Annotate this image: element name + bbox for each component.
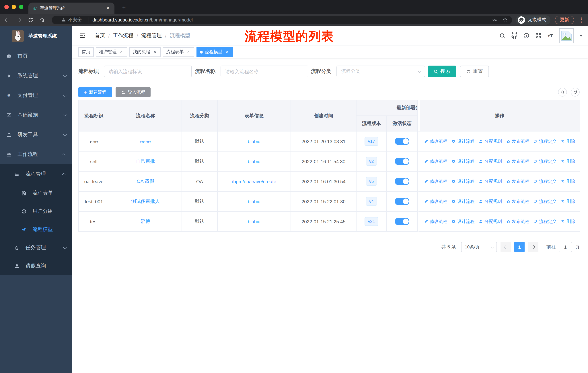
menu-fold-icon[interactable] bbox=[79, 32, 86, 39]
action-link-2[interactable]: 设计流程 bbox=[451, 178, 475, 184]
form-info-link[interactable]: biubiu bbox=[248, 199, 260, 204]
font-size-icon[interactable]: TT bbox=[547, 32, 554, 39]
action-link-5[interactable]: 流程定义 bbox=[533, 178, 557, 184]
browser-tab[interactable]: 芋道管理系统 ✕ bbox=[28, 2, 115, 14]
process-category-select[interactable]: 流程分类 bbox=[336, 66, 425, 77]
show-search-button[interactable] bbox=[558, 88, 567, 97]
action-link-2[interactable]: 设计流程 bbox=[451, 218, 475, 225]
action-link-5[interactable]: 流程定义 bbox=[533, 218, 557, 225]
action-link-4[interactable]: 发布流程 bbox=[506, 158, 529, 164]
import-process-button[interactable]: 导入流程 bbox=[116, 87, 151, 97]
help-icon[interactable]: ? bbox=[523, 32, 530, 39]
zoom-window-button[interactable] bbox=[19, 5, 23, 9]
page-number-button[interactable]: 1 bbox=[514, 242, 525, 252]
action-link-6[interactable]: 删除 bbox=[561, 158, 575, 164]
process-name-link[interactable]: 滔博 bbox=[141, 219, 150, 224]
tag-close-icon[interactable]: × bbox=[119, 49, 124, 54]
next-page-button[interactable] bbox=[528, 242, 538, 252]
action-link-1[interactable]: 修改流程 bbox=[424, 158, 447, 164]
action-link-2[interactable]: 设计流程 bbox=[451, 158, 475, 164]
tag-view-1[interactable]: 首页 bbox=[78, 47, 94, 57]
tag-close-icon[interactable]: × bbox=[152, 49, 158, 54]
sidebar-subitem-4[interactable]: 流程模型 bbox=[0, 220, 72, 239]
action-link-6[interactable]: 删除 bbox=[561, 218, 575, 225]
forward-icon[interactable] bbox=[16, 17, 22, 23]
browser-update-button[interactable]: 更新 bbox=[555, 15, 574, 24]
sidebar-item-6[interactable]: 工作流程 bbox=[0, 145, 72, 164]
action-link-4[interactable]: 发布流程 bbox=[506, 218, 529, 225]
active-toggle[interactable] bbox=[395, 158, 409, 165]
sidebar-item-3[interactable]: ¥支付管理 bbox=[0, 86, 72, 105]
action-link-5[interactable]: 流程定义 bbox=[533, 158, 557, 164]
action-link-5[interactable]: 流程定义 bbox=[533, 138, 557, 144]
process-key-input[interactable] bbox=[104, 66, 192, 77]
active-toggle[interactable] bbox=[395, 218, 409, 225]
breadcrumb-item[interactable]: 首页 bbox=[95, 32, 105, 39]
tag-close-icon[interactable]: × bbox=[186, 49, 191, 54]
tab-close-icon[interactable]: ✕ bbox=[105, 5, 111, 11]
active-toggle[interactable] bbox=[395, 138, 409, 145]
reset-button[interactable]: 重置 bbox=[460, 66, 489, 77]
process-name-link[interactable]: 测试多审批人 bbox=[131, 199, 160, 204]
form-info-link[interactable]: biubiu bbox=[248, 219, 260, 224]
action-link-4[interactable]: 发布流程 bbox=[506, 178, 529, 184]
action-link-2[interactable]: 设计流程 bbox=[451, 138, 475, 144]
action-link-2[interactable]: 设计流程 bbox=[451, 198, 475, 204]
sidebar-subitem-3[interactable]: 用户分组 bbox=[0, 202, 72, 220]
active-toggle[interactable] bbox=[395, 198, 409, 205]
form-info-link[interactable]: biubiu bbox=[248, 139, 260, 144]
sidebar-subitem-6[interactable]: 请假查询 bbox=[0, 257, 72, 275]
sidebar-item-5[interactable]: 研发工具 bbox=[0, 125, 72, 145]
github-icon[interactable] bbox=[511, 32, 518, 39]
fullscreen-icon[interactable] bbox=[535, 32, 542, 39]
refresh-table-button[interactable] bbox=[571, 88, 580, 97]
breadcrumb-item[interactable]: 流程管理 bbox=[141, 32, 162, 39]
action-link-1[interactable]: 修改流程 bbox=[424, 198, 447, 204]
caret-down-icon[interactable] bbox=[579, 35, 583, 37]
create-process-button[interactable]: + 新建流程 bbox=[78, 87, 112, 97]
bookmark-star-icon[interactable] bbox=[502, 17, 508, 23]
process-name-link[interactable]: OA 请假 bbox=[137, 179, 154, 184]
reload-icon[interactable] bbox=[28, 17, 33, 23]
breadcrumb-item[interactable]: 工作流程 bbox=[113, 32, 133, 39]
search-icon[interactable] bbox=[499, 32, 506, 39]
sidebar-item-2[interactable]: 系统管理 bbox=[0, 66, 72, 86]
tag-view-5[interactable]: 流程模型× bbox=[197, 47, 233, 57]
action-link-1[interactable]: 修改流程 bbox=[424, 218, 447, 225]
close-window-button[interactable] bbox=[4, 5, 9, 9]
action-link-1[interactable]: 修改流程 bbox=[424, 178, 447, 184]
action-link-3[interactable]: 分配规则 bbox=[479, 218, 502, 225]
tag-close-icon[interactable]: × bbox=[225, 49, 230, 54]
process-name-input[interactable] bbox=[220, 66, 308, 77]
avatar[interactable] bbox=[559, 28, 574, 43]
action-link-4[interactable]: 发布流程 bbox=[506, 198, 529, 204]
sidebar-item-4[interactable]: 基础设施 bbox=[0, 105, 72, 125]
action-link-5[interactable]: 流程定义 bbox=[533, 198, 557, 204]
process-name-link[interactable]: 自己审批 bbox=[136, 159, 155, 164]
action-link-6[interactable]: 删除 bbox=[561, 198, 575, 204]
back-icon[interactable] bbox=[4, 17, 10, 23]
page-size-select[interactable]: 10条/页 bbox=[461, 242, 497, 252]
sidebar-subitem-5[interactable]: 任务管理 bbox=[0, 239, 72, 257]
action-link-1[interactable]: 修改流程 bbox=[424, 138, 447, 144]
minimize-window-button[interactable] bbox=[12, 5, 16, 9]
active-toggle[interactable] bbox=[395, 178, 409, 185]
tag-view-4[interactable]: 流程表单× bbox=[163, 47, 194, 57]
action-link-3[interactable]: 分配规则 bbox=[479, 198, 502, 204]
search-button[interactable]: 搜索 bbox=[428, 66, 456, 77]
sidebar-subitem-1[interactable]: 流程管理 bbox=[0, 164, 72, 184]
sidebar-subitem-2[interactable]: 流程表单 bbox=[0, 184, 72, 202]
key-icon[interactable] bbox=[492, 17, 497, 23]
process-name-link[interactable]: eeee bbox=[140, 139, 151, 144]
action-link-6[interactable]: 删除 bbox=[561, 138, 575, 144]
prev-page-button[interactable] bbox=[501, 242, 511, 252]
home-icon[interactable] bbox=[39, 17, 45, 23]
action-link-3[interactable]: 分配规则 bbox=[479, 158, 502, 164]
browser-menu-icon[interactable] bbox=[578, 16, 584, 23]
url-bar[interactable]: 不安全 dashboard.yudao.iocoder.cn/bpm/manag… bbox=[52, 15, 512, 24]
new-tab-button[interactable]: + bbox=[120, 4, 128, 12]
action-link-4[interactable]: 发布流程 bbox=[506, 138, 529, 144]
action-link-6[interactable]: 删除 bbox=[561, 178, 575, 184]
form-info-link[interactable]: biubiu bbox=[248, 159, 260, 164]
sidebar-item-1[interactable]: 首页 bbox=[0, 46, 72, 66]
